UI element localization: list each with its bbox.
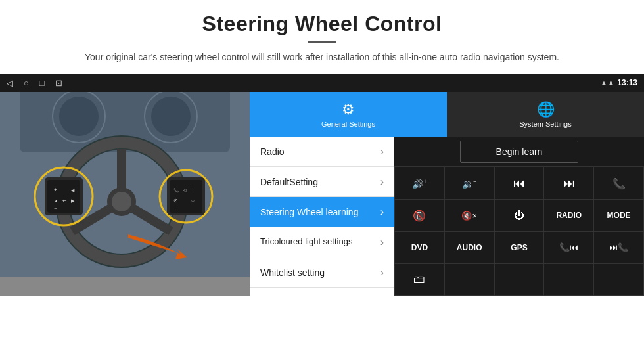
begin-learn-row: Begin learn [394,137,644,167]
general-settings-icon: ⚙ [342,101,355,118]
svg-text:+: + [54,187,57,193]
menu-item-whitelist[interactable]: Whitelist setting › [250,257,394,288]
svg-point-3 [59,97,99,136]
radio-label: RADIO [556,211,582,220]
power-button[interactable]: ⏻ [495,200,544,231]
svg-text:○: ○ [191,198,195,204]
title-divider [308,41,336,43]
phone-button[interactable]: 📞 [594,167,643,199]
content-row: + ▲ − ↩ ◀ ▶ 📞 ⊙ + ◁ + ○ [0,74,644,296]
settings-panel: ▲▲ 13:13 ⚙ General Settings 🌐 System Set… [250,74,644,296]
recents-nav-icon[interactable]: □ [39,78,45,88]
system-settings-icon: 🌐 [537,101,555,118]
audio-label: AUDIO [457,243,482,252]
mute-icon: 🔇× [461,211,477,221]
svg-text:↩: ↩ [62,198,67,204]
right-controls: Begin learn 🔊+ 🔉− ⏮ ⏭ [394,137,644,296]
chevron-icon-radio: › [380,146,384,158]
menu-item-default[interactable]: DefaultSetting › [250,167,394,197]
menu-item-radio[interactable]: Radio › [250,137,394,167]
tel-next-icon: ⏭📞 [609,242,628,252]
prev-track-icon: ⏮ [513,177,525,190]
menu-item-steering[interactable]: Steering Wheel learning › [250,197,394,227]
tab-bar: ⚙ General Settings 🌐 System Settings [250,92,644,137]
page-subtitle: Your original car's steering wheel contr… [26,50,618,64]
chevron-icon-steering: › [380,206,384,218]
home-nav-icon[interactable]: ○ [24,78,29,88]
svg-text:−: − [54,205,57,211]
clock: 13:13 [617,78,637,87]
svg-text:◁: ◁ [183,187,187,193]
wifi-icon: ▲▲ [601,79,615,87]
android-nav-buttons: ◁ ○ □ ⊡ [7,78,62,88]
chevron-icon-whitelist: › [380,267,384,278]
svg-point-5 [151,97,191,136]
mode-label: MODE [607,211,631,220]
car-image-area: + ▲ − ↩ ◀ ▶ 📞 ⊙ + ◁ + ○ [0,74,250,296]
settings-body: Radio › DefaultSetting › Steering Wheel … [250,137,644,296]
svg-point-12 [112,192,131,211]
power-icon: ⏻ [514,210,524,221]
svg-text:📞: 📞 [173,187,179,193]
android-header: ◁ ○ □ ⊡ [0,74,250,92]
gps-label: GPS [511,243,527,252]
svg-rect-14 [47,180,80,213]
status-bar: ▲▲ 13:13 [250,74,644,92]
scan-icon: 🗃 [413,273,425,286]
gps-btn[interactable]: GPS [495,232,544,263]
dvd-btn[interactable]: DVD [395,232,444,263]
dvd-label: DVD [411,243,428,252]
mute-button[interactable]: 🔇× [445,200,494,231]
empty-btn-1 [445,264,494,296]
controls-grid: 🔊+ 🔉− ⏮ ⏭ 📞 📵 [394,167,644,296]
tel-next-button[interactable]: ⏭📞 [594,232,643,263]
next-track-button[interactable]: ⏭ [544,167,593,199]
svg-text:+: + [191,187,195,193]
vol-down-button[interactable]: 🔉− [445,167,494,199]
left-menu: Radio › DefaultSetting › Steering Wheel … [250,137,394,296]
svg-text:▲: ▲ [54,198,58,203]
steering-wheel-image: + ▲ − ↩ ◀ ▶ 📞 ⊙ + ◁ + ○ [0,74,250,277]
empty-btn-4 [594,264,643,296]
empty-btn-2 [495,264,544,296]
begin-learn-button[interactable]: Begin learn [460,141,578,163]
mode-btn[interactable]: MODE [594,200,643,231]
scan-icon-button[interactable]: 🗃 [395,264,444,296]
hang-up-icon: 📵 [413,210,426,222]
prev-track-button[interactable]: ⏮ [495,167,544,199]
svg-text:+: + [173,208,177,214]
svg-text:⊙: ⊙ [173,198,178,204]
tab-general-settings[interactable]: ⚙ General Settings [250,92,447,137]
page-title: Steering Wheel Control [26,12,618,36]
menu-nav-icon[interactable]: ⊡ [55,78,62,88]
back-nav-icon[interactable]: ◁ [7,78,13,88]
next-track-icon: ⏭ [563,177,575,190]
tab-system-settings[interactable]: 🌐 System Settings [447,92,644,137]
vol-up-button[interactable]: 🔊+ [395,167,444,199]
empty-btn-3 [544,264,593,296]
chevron-icon-default: › [380,176,384,188]
hang-up-button[interactable]: 📵 [395,200,444,231]
tel-prev-button[interactable]: 📞⏮ [544,232,593,263]
chevron-icon-tri: › [380,236,384,248]
audio-btn[interactable]: AUDIO [445,232,494,263]
tab-general-label: General Settings [321,120,375,128]
tel-prev-icon: 📞⏮ [559,242,578,252]
vol-up-icon: 🔊+ [412,178,426,189]
radio-btn[interactable]: RADIO [544,200,593,231]
tab-system-label: System Settings [519,120,571,128]
phone-icon: 📞 [612,177,626,190]
menu-item-tricoloured[interactable]: Tricoloured light settings › [250,227,394,257]
header-section: Steering Wheel Control Your original car… [0,0,644,74]
vol-down-icon: 🔉− [462,178,476,189]
